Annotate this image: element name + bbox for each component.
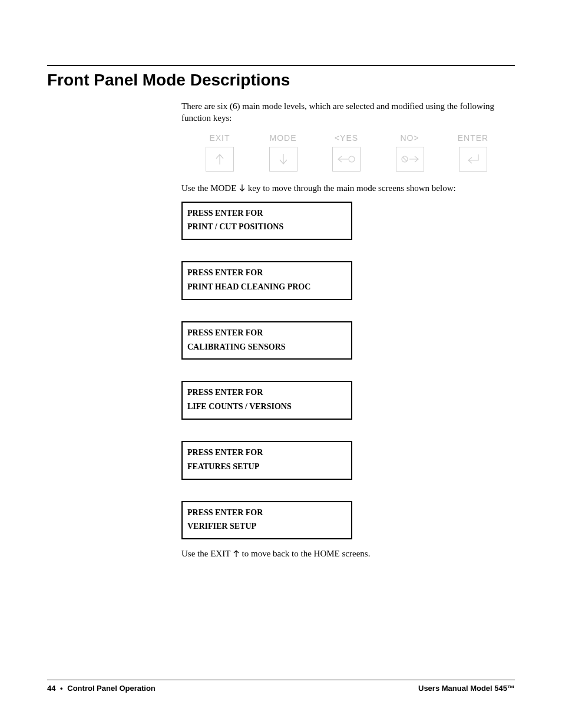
mode-screen: PRESS ENTER FOR CALIBRATING SENSORS [181,321,352,360]
top-rule [47,65,515,66]
exit-instruction-pre: Use the EXIT [181,549,233,558]
mode-screen-line: PRINT HEAD CLEANING PROC [187,280,346,294]
key-label-no: NO> [384,133,437,144]
return-icon [464,152,482,166]
page-heading: Front Panel Mode Descriptions [47,71,515,90]
footer-right: Users Manual Model 545™ [418,684,515,693]
mode-instruction-pre: Use the MODE [181,183,239,193]
exit-instruction-post: to move back to the HOME screens. [242,549,371,558]
mode-screens: PRESS ENTER FOR PRINT / CUT POSITIONS PR… [181,202,352,540]
mode-instruction: Use the MODE key to move through the mai… [181,182,511,195]
mode-screen: PRESS ENTER FOR PRINT HEAD CLEANING PROC [181,261,352,300]
prohibit-arrow-right-icon [400,153,420,166]
key-label-yes: <YES [320,133,373,144]
mode-screen: PRESS ENTER FOR VERIFIER SETUP [181,501,352,540]
yes-button[interactable] [332,147,361,172]
exit-button[interactable] [206,147,234,172]
mode-instruction-post: key to move through the main mode screen… [248,183,456,193]
function-key-buttons [193,147,500,172]
footer-left: 44 • Control Panel Operation [47,684,156,693]
key-label-exit: EXIT [193,133,246,144]
mode-screen-line: PRESS ENTER FOR [187,386,346,400]
arrow-left-circle-icon [336,153,356,166]
function-key-labels: EXIT MODE <YES NO> ENTER [193,133,500,144]
mode-screen-line: PRESS ENTER FOR [187,446,346,460]
mode-screen-line: PRESS ENTER FOR [187,206,346,220]
arrow-up-icon [233,549,240,561]
mode-screen-line: FEATURES SETUP [187,460,346,474]
mode-screen-line: LIFE COUNTS / VERSIONS [187,400,346,414]
key-label-enter: ENTER [447,133,500,144]
arrow-down-icon [277,151,290,167]
footer-row: 44 • Control Panel Operation Users Manua… [47,684,515,693]
mode-screen-line: PRINT / CUT POSITIONS [187,220,346,234]
key-label-mode: MODE [257,133,310,144]
footer-section: Control Panel Operation [67,684,156,693]
mode-screen-line: PRESS ENTER FOR [187,266,346,280]
mode-screen: PRESS ENTER FOR PRINT / CUT POSITIONS [181,202,352,241]
exit-instruction-block: Use the EXIT to move back to the HOME sc… [181,548,511,561]
mode-screen-line: PRESS ENTER FOR [187,326,346,340]
footer-rule [47,680,515,680]
page-number: 44 [47,684,55,693]
page-footer: 44 • Control Panel Operation Users Manua… [47,680,515,693]
enter-button[interactable] [459,147,487,172]
page: Front Panel Mode Descriptions There are … [0,0,562,728]
intro-text: There are six (6) main mode levels, whic… [181,100,511,124]
no-button[interactable] [396,147,424,172]
footer-bullet: • [58,684,65,693]
mode-screen: PRESS ENTER FOR LIFE COUNTS / VERSIONS [181,381,352,420]
mode-screen-line: PRESS ENTER FOR [187,506,346,520]
arrow-down-icon [239,183,246,195]
svg-point-0 [349,156,355,162]
arrow-up-icon [213,151,226,167]
body-column: There are six (6) main mode levels, whic… [181,100,511,196]
mode-button[interactable] [269,147,297,172]
mode-screen-line: VERIFIER SETUP [187,519,346,533]
mode-screen-line: CALIBRATING SENSORS [187,340,346,354]
exit-instruction: Use the EXIT to move back to the HOME sc… [181,548,511,561]
mode-screen: PRESS ENTER FOR FEATURES SETUP [181,441,352,480]
